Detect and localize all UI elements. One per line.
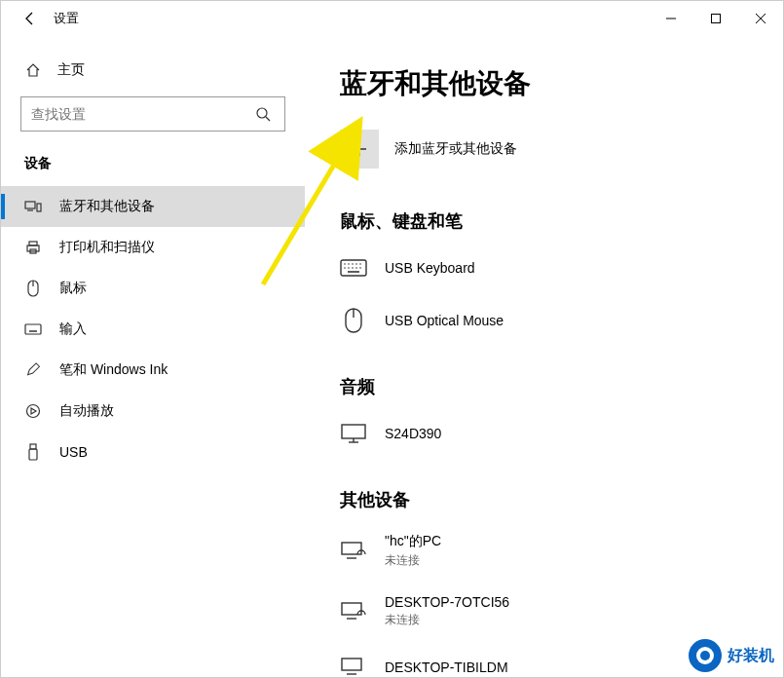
- devices-icon: [24, 198, 42, 215]
- svg-point-27: [355, 263, 357, 265]
- printer-icon: [24, 239, 42, 256]
- svg-point-30: [348, 267, 350, 269]
- sidebar-item-label: USB: [59, 444, 88, 460]
- usb-icon: [24, 443, 42, 461]
- svg-rect-44: [342, 659, 361, 670]
- svg-point-18: [27, 405, 40, 418]
- svg-point-24: [344, 263, 346, 265]
- device-item[interactable]: S24D390: [340, 412, 748, 465]
- sidebar-section-label: 设备: [1, 149, 305, 186]
- svg-rect-20: [29, 449, 37, 460]
- device-item[interactable]: "hc"的PC 未连接: [340, 525, 748, 586]
- minimize-button[interactable]: [649, 1, 693, 36]
- sidebar-item-typing[interactable]: 输入: [1, 309, 305, 350]
- search-box[interactable]: [20, 96, 285, 132]
- device-name: USB Keyboard: [385, 260, 475, 276]
- svg-point-49: [700, 651, 710, 660]
- watermark-text: 好装机: [728, 646, 774, 666]
- window-title: 设置: [54, 10, 79, 27]
- mouse-icon: [24, 280, 42, 297]
- home-link[interactable]: 主页: [1, 56, 305, 96]
- device-status: 未连接: [385, 552, 441, 569]
- sidebar-item-label: 鼠标: [59, 280, 87, 297]
- svg-point-31: [352, 267, 354, 269]
- add-device-button[interactable]: 添加蓝牙或其他设备: [340, 130, 748, 169]
- computer-icon: [340, 538, 367, 565]
- add-device-label: 添加蓝牙或其他设备: [394, 140, 517, 158]
- home-label: 主页: [57, 61, 85, 79]
- svg-rect-12: [25, 324, 41, 334]
- page-title: 蓝牙和其他设备: [340, 65, 748, 102]
- computer-icon: [340, 654, 367, 677]
- maximize-button[interactable]: [693, 1, 738, 36]
- sidebar-item-pen[interactable]: 笔和 Windows Ink: [1, 350, 305, 391]
- sidebar-item-label: 输入: [59, 320, 87, 338]
- svg-line-3: [266, 117, 270, 121]
- sidebar-item-label: 打印机和扫描仪: [59, 239, 155, 256]
- sidebar-item-mouse[interactable]: 鼠标: [1, 268, 305, 309]
- device-name: DESKTOP-TIBILDM: [385, 659, 508, 675]
- sidebar-item-usb[interactable]: USB: [1, 432, 305, 472]
- sidebar-nav: 蓝牙和其他设备 打印机和扫描仪 鼠标: [1, 186, 305, 472]
- main-content: 蓝牙和其他设备 添加蓝牙或其他设备 鼠标、键盘和笔 USB Keyboard U…: [305, 36, 783, 677]
- device-status: 未连接: [385, 612, 509, 628]
- back-button[interactable]: [11, 1, 50, 36]
- search-input[interactable]: [31, 106, 255, 122]
- device-item[interactable]: USB Optical Mouse: [340, 299, 748, 352]
- sidebar-item-label: 蓝牙和其他设备: [59, 198, 155, 215]
- svg-rect-1: [712, 15, 721, 23]
- close-button[interactable]: [738, 1, 783, 36]
- home-icon: [24, 61, 42, 79]
- keyboard-icon: [340, 254, 367, 282]
- sidebar-item-label: 自动播放: [59, 402, 114, 420]
- group-title-other: 其他设备: [340, 488, 748, 511]
- svg-rect-42: [342, 603, 361, 615]
- svg-point-26: [352, 263, 354, 265]
- titlebar: 设置: [1, 1, 783, 36]
- computer-icon: [340, 598, 367, 625]
- svg-rect-8: [27, 245, 39, 251]
- monitor-icon: [340, 420, 367, 447]
- svg-point-2: [257, 108, 267, 118]
- device-name: USB Optical Mouse: [385, 313, 504, 328]
- device-name: "hc"的PC: [385, 533, 441, 550]
- watermark: 好装机: [683, 637, 780, 674]
- device-name: S24D390: [385, 426, 441, 441]
- mouse-icon: [340, 307, 367, 334]
- keyboard-icon: [24, 320, 42, 338]
- sidebar-item-autoplay[interactable]: 自动播放: [1, 391, 305, 432]
- svg-point-28: [359, 263, 361, 265]
- svg-rect-4: [25, 202, 35, 208]
- svg-rect-37: [342, 425, 365, 438]
- sidebar-item-printers[interactable]: 打印机和扫描仪: [1, 227, 305, 268]
- device-item[interactable]: USB Keyboard: [340, 246, 748, 299]
- sidebar: 主页 设备 蓝牙和其他设备: [1, 36, 305, 677]
- search-icon: [255, 106, 275, 122]
- svg-point-29: [344, 267, 346, 269]
- watermark-icon: [689, 639, 722, 672]
- svg-point-25: [348, 263, 350, 265]
- autoplay-icon: [24, 402, 42, 420]
- svg-point-32: [355, 267, 357, 269]
- group-title-audio: 音频: [340, 375, 748, 398]
- pen-icon: [24, 361, 42, 379]
- svg-rect-6: [37, 204, 41, 211]
- sidebar-item-bluetooth[interactable]: 蓝牙和其他设备: [1, 186, 305, 227]
- sidebar-item-label: 笔和 Windows Ink: [59, 361, 168, 379]
- svg-rect-19: [30, 444, 36, 449]
- svg-point-33: [359, 267, 361, 269]
- device-name: DESKTOP-7OTCI56: [385, 594, 509, 610]
- svg-rect-40: [342, 543, 361, 554]
- plus-icon: [340, 130, 379, 169]
- svg-rect-7: [29, 242, 37, 245]
- group-title-mkb: 鼠标、键盘和笔: [340, 209, 748, 233]
